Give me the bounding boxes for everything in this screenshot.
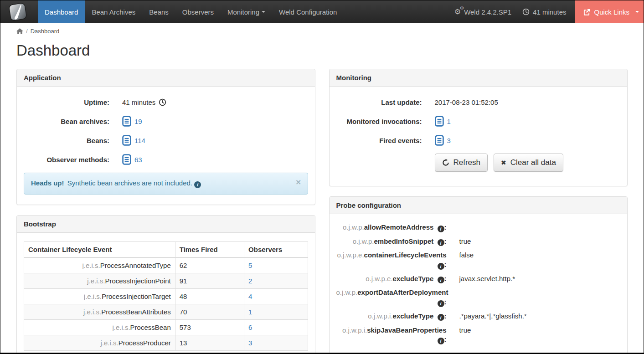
cogs-icon: ⚙⚙ [454, 8, 461, 15]
list-icon[interactable] [122, 116, 131, 127]
list-icon[interactable] [435, 116, 444, 127]
caret-down-icon [262, 11, 265, 13]
fired-events-label: Fired events: [336, 137, 422, 144]
monitoring-panel: Monitoring Last update: 2017-08-23 01:52… [329, 69, 628, 186]
config-value: true [459, 326, 471, 344]
monitored-invocations-link[interactable]: 1 [447, 118, 451, 125]
observers-link[interactable]: 4 [248, 292, 252, 300]
table-row: j.e.i.s.ProcessBeanAttributes 70 1 [24, 304, 308, 319]
config-value: true [459, 237, 471, 246]
times-fired-cell: 70 [175, 304, 244, 319]
nav-item-weld-configuration[interactable]: Weld Configuration [272, 0, 344, 23]
table-row: j.e.i.s.ProcessAnnotatedType 62 5 [24, 257, 308, 273]
last-update-row: Last update: 2017-08-23 01:52:05 [336, 96, 621, 108]
config-key-name: exportDataAfterDeployment [357, 288, 448, 296]
config-row: o.j.w.p.i.skipJavaBeanProperties i: true [336, 326, 621, 344]
observers-link[interactable]: 1 [248, 308, 252, 316]
nav-item-dashboard[interactable]: Dashboard [38, 0, 85, 23]
observers-link[interactable]: 5 [248, 262, 252, 269]
alert-text: Synthetic bean archives are not included… [67, 179, 192, 187]
uptime-label: 41 minutes [533, 8, 566, 16]
config-key-prefix: o.j.w.p. [353, 237, 374, 245]
config-key: o.j.w.p.i.skipJavaBeanProperties i: [336, 326, 447, 344]
breadcrumb: / Dashboard [0, 23, 644, 37]
info-icon[interactable]: i [438, 314, 444, 321]
config-key-prefix: o.j.w.p.i. [342, 326, 367, 334]
table-row: j.e.i.s.ProcessProducer 13 3 [24, 335, 308, 350]
list-icon[interactable] [122, 154, 131, 165]
app-window: Dashboard Bean Archives Beans Observers … [0, 0, 644, 354]
monitoring-panel-title: Monitoring [330, 69, 628, 87]
info-icon[interactable]: i [438, 300, 444, 307]
alert-strong-text: Heads up! [31, 179, 64, 187]
quick-links-button[interactable]: Quick Links [575, 0, 644, 23]
config-key-prefix: o.j.w.p.i. [368, 312, 392, 320]
clear-all-data-button[interactable]: ✖ Clear all data [494, 154, 563, 172]
bean-archives-row: Bean archives: 19 [24, 115, 308, 127]
times-fired-cell: 62 [175, 257, 244, 273]
nav-item-bean-archives[interactable]: Bean Archives [85, 0, 142, 23]
info-icon[interactable]: i [438, 226, 444, 232]
breadcrumb-current: Dashboard [31, 28, 60, 35]
info-icon[interactable]: i [438, 239, 444, 246]
event-prefix: j.e.i.s. [84, 292, 102, 300]
list-icon[interactable] [122, 135, 131, 146]
info-icon[interactable]: i [438, 277, 444, 283]
beans-count-link[interactable]: 114 [134, 137, 145, 144]
close-icon[interactable]: × [295, 178, 301, 186]
clock-icon [522, 8, 530, 15]
heads-up-alert: × Heads up! Synthetic bean archives are … [24, 173, 308, 195]
config-key-name: excludeType [393, 275, 434, 282]
refresh-button[interactable]: Refresh [435, 154, 488, 172]
config-key-name: excludeType [393, 312, 434, 320]
nav-item-monitoring[interactable]: Monitoring [221, 0, 272, 23]
config-key-name: skipJavaBeanProperties [367, 326, 446, 334]
refresh-icon [442, 159, 449, 166]
home-icon[interactable] [16, 28, 23, 35]
info-icon[interactable]: i [438, 338, 444, 344]
main-nav: Dashboard Bean Archives Beans Observers … [38, 0, 344, 23]
fired-events-row: Fired events: 3 [336, 134, 621, 146]
weld-logo-icon [8, 2, 28, 22]
config-key: o.j.w.p.allowRemoteAddress i: [336, 223, 447, 232]
monitoring-buttons-row: Refresh ✖ Clear all data [336, 154, 621, 172]
breadcrumb-separator: / [26, 28, 28, 35]
nav-item-beans[interactable]: Beans [142, 0, 175, 23]
x-icon: ✖ [501, 159, 506, 166]
table-header-observers: Observers [244, 241, 308, 257]
config-key: o.j.w.p.i.excludeType i: [336, 312, 447, 321]
list-icon[interactable] [435, 135, 444, 146]
times-fired-cell: 573 [175, 319, 244, 335]
observer-methods-count-link[interactable]: 63 [134, 156, 142, 164]
weld-version-label: Weld 2.4.2.SP1 [464, 8, 511, 16]
config-key: o.j.w.p.exportDataAfterDeployment i: [336, 288, 447, 307]
event-prefix: j.e.i.s. [83, 308, 101, 316]
event-prefix: j.e.i.s. [82, 262, 100, 269]
bootstrap-panel-title: Bootstrap [17, 215, 315, 233]
weld-logo[interactable] [0, 0, 38, 23]
config-value: .*payara.*|.*glassfish.* [459, 312, 527, 321]
event-name: ProcessInjectionTarget [102, 292, 171, 300]
config-row: o.j.w.p.e.containerLifecycleEvents i: fa… [336, 251, 621, 269]
table-header-row: Container Lifecycle Event Times Fired Ob… [24, 241, 308, 257]
uptime-value: 41 minutes [122, 98, 155, 106]
info-icon[interactable]: i [194, 181, 201, 188]
config-key: o.j.w.p.embedInfoSnippet i: [336, 237, 447, 246]
config-key-name: embedInfoSnippet [374, 237, 433, 245]
probe-configuration-panel: Probe configuration o.j.w.p.allowRemoteA… [329, 196, 628, 354]
table-header-event: Container Lifecycle Event [24, 241, 175, 257]
info-icon[interactable]: i [438, 263, 444, 270]
observers-link[interactable]: 3 [248, 339, 252, 347]
nav-item-observers[interactable]: Observers [175, 0, 221, 23]
bean-archives-count-link[interactable]: 19 [134, 118, 142, 125]
observers-link[interactable]: 2 [248, 277, 252, 285]
times-fired-cell: 91 [175, 273, 244, 288]
bootstrap-panel: Bootstrap Container Lifecycle Event Time… [16, 215, 315, 354]
fired-events-link[interactable]: 3 [447, 137, 451, 144]
observers-link[interactable]: 6 [248, 323, 252, 331]
bootstrap-table: Container Lifecycle Event Times Fired Ob… [24, 241, 308, 351]
weld-version: ⚙⚙ Weld 2.4.2.SP1 [449, 0, 517, 23]
config-key-prefix: o.j.w.p.e. [337, 251, 364, 259]
event-prefix: j.e.i.s. [112, 323, 130, 331]
config-key-name: allowRemoteAddress [364, 223, 434, 231]
